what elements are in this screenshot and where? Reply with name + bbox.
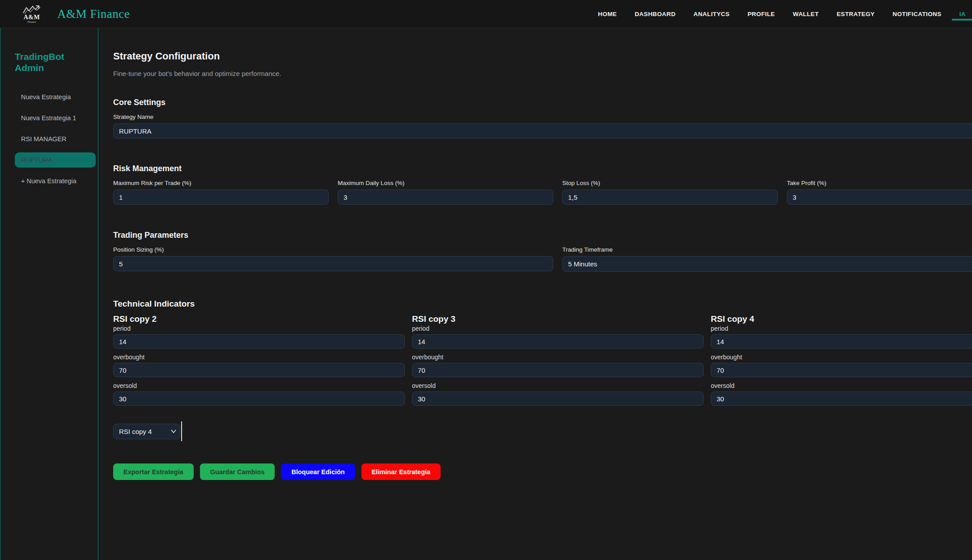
max-daily-loss-input[interactable] [338, 189, 553, 205]
trading-timeframe-field: Trading Timeframe 5 Minutes [562, 240, 972, 272]
strategy-name-label: Strategy Name [113, 114, 972, 120]
nav-item-dashboard[interactable]: DASHBOARD [635, 0, 675, 28]
overbought-input[interactable] [113, 363, 405, 377]
delete-strategy-button[interactable]: Eliminar Estrategia [361, 463, 441, 480]
main-navigation: HOME DASHBOARD ANALITYCS PROFILE WALLET … [598, 0, 972, 28]
indicator-name: RSI copy 2 [113, 314, 405, 324]
indicator-select[interactable]: RSI copy 4 [113, 424, 180, 439]
sidebar-item-nueva-estrategia[interactable]: Nueva Estrategia [15, 89, 96, 105]
max-risk-per-trade-label: Maximum Risk per Trade (%) [113, 180, 329, 186]
risk-field: Take Profit (%) [787, 173, 972, 205]
position-sizing-field: Position Sizing (%) [113, 240, 553, 272]
overbought-input[interactable] [711, 363, 972, 377]
sidebar-item-ruptura[interactable]: RUPTURA [15, 152, 96, 168]
period-input[interactable] [711, 334, 972, 349]
period-label: period [113, 325, 405, 332]
strategies-sidebar: TradingBot Admin Nueva Estrategia Nueva … [0, 28, 98, 560]
text-cursor [181, 421, 182, 441]
risk-management-heading: Risk Management [113, 164, 972, 173]
save-changes-button[interactable]: Guardar Cambios [200, 463, 275, 480]
oversold-label: oversold [113, 382, 405, 389]
stop-loss-label: Stop Loss (%) [562, 180, 778, 186]
sidebar-item-rsi-manager[interactable]: RSI MANAGER [15, 131, 96, 147]
page-subtitle: Fine-tune your bot's behavior and optimi… [113, 70, 972, 77]
top-navbar: A&M Finance A&M Finance HOME DASHBOARD A… [0, 0, 972, 28]
trading-parameters-heading: Trading Parameters [113, 231, 972, 240]
position-sizing-label: Position Sizing (%) [113, 246, 553, 253]
oversold-label: oversold [412, 382, 704, 389]
indicator-card-rsi-copy-3: RSI copy 3 period overbought oversold [412, 314, 704, 411]
max-daily-loss-label: Maximum Daily Loss (%) [338, 180, 553, 186]
logo-subtext: Finance [28, 20, 36, 24]
risk-field: Stop Loss (%) [562, 173, 778, 205]
export-strategy-button[interactable]: Exportar Estrategia [113, 463, 194, 480]
lock-editing-button[interactable]: Bloquear Edición [281, 463, 355, 480]
strategy-configuration-panel: Strategy Configuration Fine-tune your bo… [98, 28, 972, 560]
nav-item-estrategy[interactable]: ESTRATEGY [836, 0, 874, 28]
risk-field: Maximum Daily Loss (%) [338, 173, 553, 205]
app-logo: A&M Finance [18, 4, 46, 24]
indicator-name: RSI copy 4 [711, 314, 972, 324]
period-input[interactable] [113, 334, 405, 349]
logo-monogram: A&M [24, 14, 40, 20]
period-label: period [412, 325, 704, 332]
trading-timeframe-select[interactable]: 5 Minutes [562, 256, 972, 272]
sidebar-title: TradingBot Admin [15, 51, 73, 73]
strategy-name-input[interactable] [113, 123, 972, 139]
brand-title: A&M Finance [57, 7, 130, 21]
position-sizing-input[interactable] [113, 256, 553, 271]
nav-item-home[interactable]: HOME [598, 0, 617, 28]
oversold-input[interactable] [412, 392, 704, 406]
sidebar-item-add-strategy[interactable]: + Nueva Estrategia [15, 173, 96, 189]
nav-item-profile[interactable]: PROFILE [747, 0, 775, 28]
overbought-input[interactable] [412, 363, 704, 377]
core-settings-heading: Core Settings [113, 98, 972, 107]
oversold-input[interactable] [113, 392, 405, 406]
nav-item-wallet[interactable]: WALLET [793, 0, 819, 28]
take-profit-input[interactable] [787, 189, 972, 205]
technical-indicators-heading: Technical Indicators [113, 299, 972, 309]
indicator-name: RSI copy 3 [412, 314, 704, 324]
trading-timeframe-label: Trading Timeframe [562, 246, 972, 253]
overbought-label: overbought [412, 354, 704, 361]
oversold-label: oversold [711, 382, 972, 389]
period-input[interactable] [412, 334, 704, 349]
stop-loss-input[interactable] [562, 189, 778, 205]
action-buttons: Exportar Estrategia Guardar Cambios Bloq… [113, 463, 972, 480]
oversold-input[interactable] [711, 392, 972, 406]
overbought-label: overbought [711, 354, 972, 361]
sidebar-item-nueva-estrategia-1[interactable]: Nueva Estrategia 1 [15, 110, 96, 126]
nav-item-notifications[interactable]: NOTIFICATIONS [892, 0, 941, 28]
period-label: period [711, 325, 972, 332]
nav-item-analitycs[interactable]: ANALITYCS [693, 0, 730, 28]
line-chart-icon [22, 4, 42, 14]
indicator-select-row: RSI copy 4 [113, 424, 972, 441]
indicator-card-rsi-copy-2: RSI copy 2 period overbought oversold [113, 314, 405, 411]
nav-item-ia[interactable]: IA [959, 0, 966, 28]
strategy-list: Nueva Estrategia Nueva Estrategia 1 RSI … [15, 89, 98, 189]
overbought-label: overbought [113, 354, 405, 361]
risk-field: Maximum Risk per Trade (%) [113, 173, 329, 205]
indicator-card-rsi-copy-4: RSI copy 4 period overbought oversold [711, 314, 972, 411]
page-title: Strategy Configuration [113, 51, 972, 62]
max-risk-per-trade-input[interactable] [113, 189, 329, 205]
take-profit-label: Take Profit (%) [787, 180, 972, 186]
